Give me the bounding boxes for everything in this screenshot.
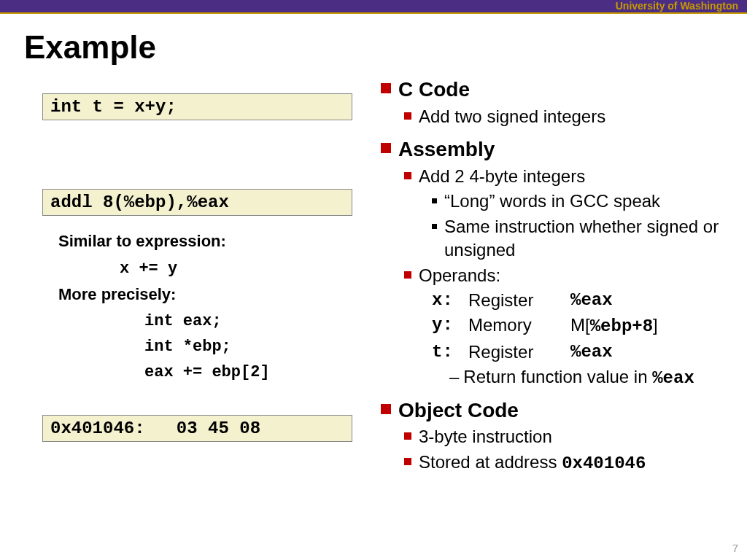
asm-subsub-item: “Long” words in GCC speak (432, 190, 731, 213)
obj-sub-text-2: Stored at address 0x401046 (419, 451, 646, 475)
c-code-heading: C Code (381, 76, 731, 104)
operand-t-val: %eax (570, 341, 613, 364)
stored-code: 0x401046 (562, 454, 646, 473)
precise-label: More precisely: (58, 285, 352, 304)
c-sub-text: Add two signed integers (419, 105, 605, 128)
assembly-heading: Assembly (381, 136, 731, 163)
operand-table: x: Register %eax y: Memory M[%ebp+8] t: … (432, 289, 731, 364)
bullet-square-icon (404, 112, 411, 120)
operand-x-kind: Register (468, 289, 570, 312)
operand-t-kind: Register (468, 341, 570, 364)
return-note-text: Return function value in %eax (463, 365, 694, 390)
branding-text: University of Washington (616, 0, 738, 14)
operand-t-name: t: (432, 341, 468, 364)
asm-subsub-text: Same instruction whether signed or unsig… (444, 215, 731, 262)
decl-eax: int eax; (144, 308, 352, 334)
operand-row-y: y: Memory M[%ebp+8] (432, 314, 731, 338)
obj-sub-text: 3-byte instruction (419, 425, 552, 448)
bullet-square-icon (381, 83, 391, 93)
mem-suffix: ] (653, 315, 658, 335)
return-note-code: %eax (652, 368, 694, 388)
stored-pre: Stored at address (419, 452, 562, 472)
operand-row-x: x: Register %eax (432, 289, 731, 312)
dash-icon: – (449, 365, 459, 390)
c-code-heading-text: C Code (398, 76, 470, 104)
slide-title: Example (24, 29, 156, 66)
bullet-square-icon (404, 271, 411, 279)
operand-y-val: M[%ebp+8] (570, 314, 658, 338)
operands-item: Operands: (404, 264, 731, 287)
object-code-heading-text: Object Code (398, 397, 519, 424)
bullet-square-icon (381, 404, 391, 414)
asm-subsub-text: “Long” words in GCC speak (444, 190, 660, 213)
bullet-square-icon (381, 143, 391, 153)
obj-sub-item: Stored at address 0x401046 (404, 451, 731, 475)
bullet-square-icon (432, 198, 437, 203)
return-note: – Return function value in %eax (449, 365, 731, 390)
obj-sub-item: 3-byte instruction (404, 425, 731, 448)
mem-inner: %ebp+8 (590, 316, 653, 336)
top-bar: University of Washington (0, 0, 747, 14)
bullet-square-icon (404, 458, 411, 465)
decl-ebp: int *ebp; (144, 334, 352, 359)
mem-prefix: M[ (570, 315, 590, 335)
operand-x-val: %eax (570, 289, 613, 312)
operand-y-name: y: (432, 314, 468, 338)
asm-subsub-item: Same instruction whether signed or unsig… (432, 215, 731, 262)
return-note-pre: Return function value in (463, 367, 652, 386)
operand-y-kind: Memory (468, 314, 570, 338)
bullet-square-icon (404, 172, 411, 179)
right-column: C Code Add two signed integers Assembly … (381, 76, 731, 477)
similar-label: Similar to expression: (58, 232, 352, 251)
operand-x-name: x: (432, 289, 468, 312)
c-sub-item: Add two signed integers (404, 105, 731, 128)
obj-code-box: 0x401046: 03 45 08 (42, 415, 352, 442)
bullet-square-icon (432, 224, 437, 229)
slide: University of Washington Example int t =… (0, 0, 747, 560)
operand-row-t: t: Register %eax (432, 341, 731, 364)
object-code-heading: Object Code (381, 397, 731, 424)
c-code-box: int t = x+y; (42, 93, 352, 120)
assembly-heading-text: Assembly (398, 136, 495, 163)
asm-code-box: addl 8(%ebp),%eax (42, 189, 352, 216)
page-number: 7 (732, 542, 738, 554)
asm-sub-item: Add 2 4-byte integers (404, 165, 731, 188)
decl-assign: eax += ebp[2] (144, 359, 352, 385)
expr-xy: x += y (120, 257, 352, 281)
bullet-square-icon (404, 432, 411, 440)
left-column: int t = x+y; addl 8(%ebp),%eax Similar t… (42, 93, 352, 442)
asm-sub-text: Add 2 4-byte integers (419, 165, 585, 188)
operands-text: Operands: (419, 264, 500, 287)
